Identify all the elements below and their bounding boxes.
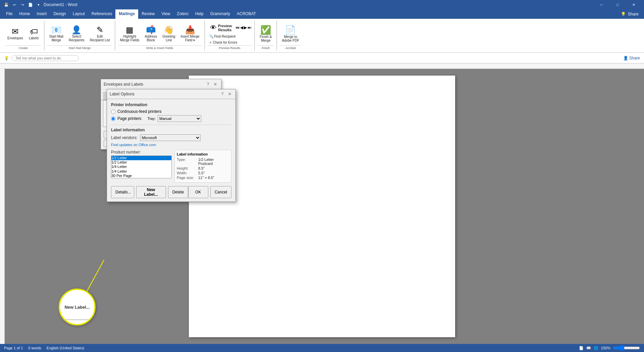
lightbulb-bar-icon: 💡 [4, 56, 9, 60]
finish-items: ✅ Finish &Merge [258, 21, 274, 45]
office-com-link[interactable]: Find updates on Office.com [111, 143, 156, 147]
save-qat-btn[interactable]: 💾 [3, 1, 10, 8]
nav-last-icon[interactable]: ⏭ [248, 25, 252, 30]
main-content: Envelopes and Labels ? ✕ Envelopes Label… [0, 63, 644, 344]
finish-merge-btn[interactable]: ✅ Finish &Merge [258, 24, 274, 43]
find-recipient-btn[interactable]: 🔍 Find Recipient [208, 34, 239, 39]
nav-prev-icon[interactable]: ◀ [240, 25, 243, 30]
continuous-feed-row: Continuous-feed printers [111, 109, 231, 114]
label-info-panel-title: Label information [177, 152, 229, 156]
width-row: Width: 5.5" [177, 171, 229, 175]
share-top-btn[interactable]: 👤 Share [623, 56, 640, 60]
label-info-section-label: Label information [111, 128, 231, 132]
printer-info-label: Printer information [111, 102, 231, 107]
tab-zotero[interactable]: Zotero [173, 9, 192, 19]
label-options-cancel-btn[interactable]: Cancel [210, 186, 231, 198]
highlight-merge-fields-btn[interactable]: ▦ HighlightMerge Fields [118, 24, 142, 43]
tab-mailings[interactable]: Mailings [115, 9, 138, 19]
word-count: 0 words [28, 346, 41, 350]
tell-me-input[interactable] [12, 55, 79, 61]
check-errors-btn[interactable]: ✓ Check for Errors [208, 40, 239, 45]
envelopes-help-btn[interactable]: ? [205, 81, 211, 87]
zoom-level: 150% [601, 346, 610, 350]
height-val: 8.5" [198, 166, 205, 170]
quick-access-toolbar: 💾 ↩ ↪ 📄 ▾ [3, 1, 42, 8]
page-printers-radio[interactable] [111, 117, 115, 121]
address-icon: 📫 [146, 26, 156, 34]
details-btn[interactable]: Details... [111, 186, 134, 198]
finish-icon: ✅ [260, 26, 271, 34]
customize-qat-btn[interactable]: ▾ [35, 1, 42, 8]
label-options-dialog: Label Options ? ✕ Printer information Co… [107, 89, 236, 202]
type-val: 1/2 Letter Postcard [198, 158, 229, 166]
height-key: Height: [177, 166, 197, 170]
minimize-btn[interactable]: ─ [594, 0, 609, 9]
tab-file[interactable]: File [3, 9, 16, 19]
restore-btn[interactable]: □ [610, 0, 625, 9]
lightbulb-icon: 💡 [621, 12, 626, 16]
label-options-bottom-btns: Details... New Label... Delete OK Cancel [111, 186, 231, 198]
ribbon-group-acrobat: 📄 Merge toAdobe PDF Acrobat [277, 20, 304, 51]
create-group-label: Create [5, 45, 41, 50]
vendor-row: Label vendors: Microsoft Avery US Letter… [111, 134, 231, 141]
insert-merge-field-btn[interactable]: 📥 Insert MergeField ▾ [179, 24, 202, 43]
status-bar-right: 📄 📖 🌐 150% [579, 345, 640, 351]
highlight-icon: ▦ [126, 26, 133, 34]
undo-qat-btn[interactable]: ↩ [11, 1, 18, 8]
address-block-btn[interactable]: 📫 AddressBlock [143, 24, 159, 43]
label-options-close-btn[interactable]: ✕ [227, 91, 233, 97]
app-wrapper: 💾 ↩ ↪ 📄 ▾ Document1 - Word ─ □ ✕ File Ho… [0, 0, 644, 352]
tab-acrobat[interactable]: ACROBAT [233, 9, 259, 19]
view-mode-print-icon[interactable]: 📄 [579, 346, 584, 350]
status-bar-left: Page 1 of 1 0 words English (United Stat… [4, 346, 84, 350]
preview-icon: 👁 [210, 24, 217, 31]
tab-home[interactable]: Home [16, 9, 33, 19]
nav-first-icon[interactable]: ⏮ [235, 25, 239, 30]
ribbon-group-create: ✉ Envelopes 🏷 Labels Create [3, 20, 44, 51]
view-mode-web-icon[interactable]: 🌐 [594, 346, 598, 350]
ok-btn[interactable]: OK [188, 186, 208, 198]
nav-next-icon[interactable]: ▶ [244, 25, 247, 30]
start-mail-merge-label: Start MailMerge [49, 35, 63, 42]
product-number-list[interactable]: 1/2 Letter 1/2 Letter 1/4 Letter 1/4 Let… [111, 156, 172, 178]
share-btn[interactable]: Share [628, 12, 639, 16]
delete-btn[interactable]: Delete [168, 186, 188, 198]
continuous-feed-radio[interactable] [111, 109, 115, 114]
tab-design[interactable]: Design [50, 9, 69, 19]
ribbon: File Home Insert Design Layout Reference… [0, 9, 644, 53]
zoom-slider[interactable] [613, 345, 640, 351]
finish-merge-label: Finish &Merge [260, 35, 272, 42]
view-mode-read-icon[interactable]: 📖 [586, 346, 591, 350]
merge-to-pdf-btn[interactable]: 📄 Merge toAdobe PDF [280, 24, 301, 43]
tab-view[interactable]: View [158, 9, 174, 19]
envelopes-btn[interactable]: ✉ Envelopes [5, 26, 25, 41]
type-key: Type: [177, 158, 197, 166]
select-recipients-btn[interactable]: 👤 SelectRecipients [67, 24, 87, 43]
new-label-btn[interactable]: New Label... [136, 186, 166, 198]
tab-insert[interactable]: Insert [33, 9, 50, 19]
labels-btn[interactable]: 🏷 Labels [26, 26, 41, 41]
recipients-icon: 👤 [71, 26, 82, 34]
tab-layout[interactable]: Layout [69, 9, 88, 19]
greeting-line-btn[interactable]: 👋 GreetingLine [160, 24, 177, 43]
edit-recipient-list-btn[interactable]: ✎ EditRecipient List [88, 24, 112, 43]
tab-references[interactable]: References [88, 9, 115, 19]
status-bar: Page 1 of 1 0 words English (United Stat… [0, 344, 644, 352]
preview-results-btn[interactable]: 👁 PreviewResults [208, 21, 234, 34]
close-btn[interactable]: ✕ [626, 0, 641, 9]
edit-list-icon: ✎ [97, 26, 103, 34]
label-options-help-btn[interactable]: ? [219, 91, 225, 97]
new-qat-btn[interactable]: 📄 [27, 1, 34, 8]
vendor-select[interactable]: Microsoft Avery US Letter Other [140, 134, 201, 141]
redo-qat-btn[interactable]: ↪ [19, 1, 26, 8]
width-key: Width: [177, 171, 197, 175]
envelopes-close-btn[interactable]: ✕ [212, 81, 218, 87]
page-printers-label: Page printers [117, 116, 141, 121]
tab-help[interactable]: Help [192, 9, 207, 19]
labels-label: Labels [29, 36, 39, 40]
page-size-val: 11" × 8.5" [198, 176, 214, 180]
tray-select[interactable]: Manual [158, 115, 201, 122]
tab-grammarly[interactable]: Grammarly [207, 9, 233, 19]
start-mail-merge-btn[interactable]: 📧 Start MailMerge [47, 24, 65, 43]
tab-review[interactable]: Review [138, 9, 158, 19]
